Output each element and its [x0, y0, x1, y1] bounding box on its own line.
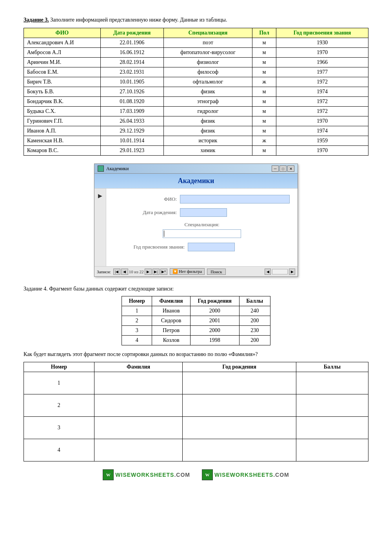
maximize-button[interactable]: □: [279, 165, 287, 172]
titlebar-controls[interactable]: ─ □ ✕: [272, 165, 294, 172]
access-statusbar: Записи: |◀ ◀ 10 из 22 ▶ ▶| ▶* 🔽 Нет филь…: [94, 266, 298, 276]
form-fields: ФИО: Дата рождения: Специализация:: [106, 189, 298, 266]
footer-text-1: WISEWORKSHEETS.COM: [115, 472, 190, 478]
task4-num: Задание 4.: [24, 286, 48, 292]
spec-input-row: [114, 229, 290, 238]
close-button[interactable]: ✕: [287, 165, 294, 172]
task4-data-table-wrapper: Номер Фамилия Год рождения Баллы 1Иванов…: [24, 296, 368, 345]
table-row: Аринчин М.И.28.02.1914физиологм1966: [24, 58, 368, 67]
footer-logo-2: W WISEWORKSHEETS.COM: [202, 469, 289, 480]
akademiki-table: ФИО Дата рождения Специализация Пол Год …: [24, 28, 368, 156]
filter-label: Нет фильтра: [179, 269, 202, 274]
nav-new-button[interactable]: ▶*: [160, 269, 167, 275]
year-row: Год присвоения звания:: [114, 243, 290, 251]
form-nav-panel: ▶: [94, 189, 106, 266]
footer-text-2: WISEWORKSHEETS.COM: [214, 472, 289, 478]
footer-logo-1: W WISEWORKSHEETS.COM: [103, 469, 190, 480]
year-label: Год присвоения звания:: [114, 244, 185, 250]
dob-input[interactable]: [180, 208, 227, 217]
fio-input[interactable]: [180, 195, 290, 203]
ans-col-num: Номер: [24, 362, 94, 372]
scroll-right-button[interactable]: ▶: [289, 269, 295, 275]
task4-question: Как будет выглядеть этот фрагмент после …: [24, 350, 368, 359]
table-row: 4: [24, 439, 368, 461]
t4-col-year: Год рождения: [190, 296, 239, 306]
task4-data-table: Номер Фамилия Год рождения Баллы 1Иванов…: [122, 296, 270, 345]
access-window-wrapper: Академики ─ □ ✕ Академики ▶ ФИО:: [24, 163, 368, 277]
table-row: 2Сидоров2001200: [122, 316, 270, 326]
minimize-button[interactable]: ─: [272, 165, 279, 172]
ans-col-year: Год рождения: [183, 362, 296, 372]
nav-count: 10 из 22: [129, 269, 144, 274]
titlebar-left: Академики: [98, 165, 129, 172]
access-app-icon: [98, 165, 104, 172]
access-form-body: ▶ ФИО: Дата рождения: Специализация:: [94, 189, 298, 266]
scroll-area[interactable]: ◀ ▶: [265, 269, 295, 275]
search-button[interactable]: Поиск: [207, 269, 226, 275]
access-titlebar: Академики ─ □ ✕: [94, 164, 298, 174]
task4-heading: Задание 4. Фрагмент базы данных содержит…: [24, 285, 368, 293]
fio-label: ФИО:: [114, 196, 177, 202]
nav-next-button[interactable]: ▶: [145, 269, 152, 275]
t4-col-balls: Баллы: [239, 296, 270, 306]
table-row: Бокуть Б.В.27.10.1926физикм1974: [24, 87, 368, 97]
spec-row: Специализация:: [114, 222, 290, 238]
nav-pointer: ▶: [98, 193, 102, 199]
table-row: Александрович А.И22.01.1906поэтм1930: [24, 38, 368, 48]
spec-input[interactable]: [163, 229, 241, 238]
task3-num: Задание 3.: [24, 17, 49, 23]
table-row: Гуринович Г.П.26.04.1933физикм1970: [24, 116, 368, 126]
footer-icon-2: W: [202, 469, 213, 480]
year-input[interactable]: [188, 243, 235, 251]
table-row: 1Иванов2000240: [122, 306, 270, 316]
table-row: Бондарчик В.К.01.08.1920этнографм1972: [24, 97, 368, 107]
table-row: Комаров В.С.29.01.1923химикм1970: [24, 146, 368, 156]
task3-text: Заполните информацией представленную ниж…: [50, 17, 227, 23]
ans-col-fam: Фамилия: [94, 362, 183, 372]
table-row: Будыка С.Х.17.03.1909гидрологм1972: [24, 107, 368, 116]
table-row: 1: [24, 372, 368, 394]
filter-button[interactable]: 🔽 Нет фильтра: [170, 268, 205, 275]
table-row: 4Козлов1998200: [122, 336, 270, 345]
t4-col-fam: Фамилия: [152, 296, 190, 306]
table-row: Каменская Н.В.10.01.1914историкж1959: [24, 136, 368, 146]
filter-icon: 🔽: [172, 269, 178, 274]
col-dob: Дата рождения: [100, 28, 163, 38]
table-row: 2: [24, 394, 368, 417]
records-label: Записи:: [97, 269, 111, 274]
spec-label: Специализация:: [114, 222, 290, 228]
col-pol: Пол: [252, 28, 276, 38]
dob-label: Дата рождения:: [114, 209, 177, 216]
search-label: Поиск: [211, 269, 222, 274]
table-row: Бабосов Е.М.23.02.1931философм1977: [24, 67, 368, 77]
nav-controls[interactable]: |◀ ◀ 10 из 22 ▶ ▶| ▶*: [113, 269, 167, 275]
nav-first-button[interactable]: |◀: [113, 269, 120, 275]
col-spec: Специализация: [163, 28, 252, 38]
table-row: Амбросов А.Л16.06.1912фитопатолог-вирусо…: [24, 48, 368, 58]
col-fio: ФИО: [24, 28, 101, 38]
table-row: 3Петров2000230: [122, 326, 270, 336]
task4-text: Фрагмент базы данных содержит следующие …: [49, 286, 174, 292]
ans-col-balls: Баллы: [296, 362, 368, 372]
col-year: Год присвоения звания: [276, 28, 368, 38]
table-row: Иванов А.П.29.12.1929физикм1974: [24, 126, 368, 136]
task3-heading: Задание 3. Заполните информацией предста…: [24, 16, 368, 24]
scroll-left-button[interactable]: ◀: [265, 269, 271, 275]
t4-col-num: Номер: [122, 296, 152, 306]
answer-table: Номер Фамилия Год рождения Баллы 1234: [24, 362, 368, 461]
footer-icon-1: W: [103, 469, 114, 480]
scroll-track: [272, 269, 288, 274]
footer: W WISEWORKSHEETS.COM W WISEWORKSHEETS.CO…: [24, 469, 368, 480]
table-row: Бирич Т.В.10.01.1905офтальмологж1972: [24, 77, 368, 87]
nav-last-button[interactable]: ▶|: [152, 269, 160, 275]
nav-prev-button[interactable]: ◀: [121, 269, 128, 275]
dob-row: Дата рождения:: [114, 208, 290, 217]
access-form-title: Академики: [94, 174, 298, 189]
table-row: 3: [24, 417, 368, 439]
access-window-title: Академики: [106, 166, 129, 172]
fio-row: ФИО:: [114, 195, 290, 203]
access-window: Академики ─ □ ✕ Академики ▶ ФИО:: [94, 163, 298, 277]
cursor-bar: [164, 231, 164, 237]
